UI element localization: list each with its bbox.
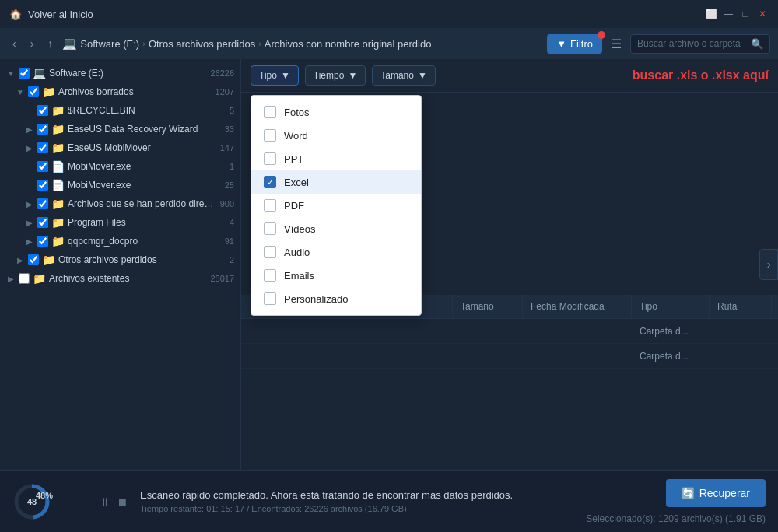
sidebar-item-lost-dir[interactable]: ▶ 📁 Archivos que se han perdido director… (0, 194, 240, 213)
toggle-icon: ▶ (25, 237, 34, 246)
dropdown-videos[interactable]: Vídeos (251, 217, 421, 240)
folder-icon: 📁 (51, 216, 65, 229)
recover-button[interactable]: 🔄 Recuperar (666, 479, 766, 507)
sidebar-item-otros[interactable]: ▶ 📁 Otros archivos perdidos 2 (0, 250, 240, 269)
item-count: 25 (225, 180, 234, 190)
scroll-right-button[interactable]: › (759, 249, 778, 280)
dropdown-pdf[interactable]: PDF (251, 194, 421, 217)
sidebar: ▼ 💻 Software (E:) 26226 ▼ 📁 Archivos bor… (0, 59, 241, 470)
dropdown-personalizado[interactable]: Personalizado (251, 287, 421, 310)
breadcrumb-drive[interactable]: Software (E:) (80, 38, 139, 50)
drive-icon: 💻 (33, 67, 46, 79)
sidebar-item-mobimover-exe1[interactable]: 📄 MobiMover.exe 1 (0, 157, 240, 176)
table-row[interactable]: Carpeta d... (241, 344, 778, 369)
sidebar-item-easeus-dr[interactable]: ▶ 📁 EaseUS Data Recovery Wizard 33 (0, 120, 240, 138)
check-exe2[interactable] (37, 180, 48, 191)
filter-button[interactable]: ▼ Filtro (547, 34, 602, 54)
up-button[interactable]: ↑ (43, 34, 58, 53)
check-audio[interactable] (264, 246, 276, 258)
item-label: Archivos que se han perdido directori... (68, 198, 214, 209)
tiempo-dropdown[interactable]: Tiempo ▼ (305, 65, 366, 86)
dropdown-word[interactable]: Word (251, 124, 421, 147)
toggle-icon: ▼ (6, 69, 16, 78)
table-row[interactable]: Carpeta d... (241, 319, 778, 344)
breadcrumb-sep-1: › (142, 39, 145, 48)
td-date-1 (523, 328, 632, 334)
sidebar-item-program-files[interactable]: ▶ 📁 Program Files 4 (0, 213, 240, 232)
dropdown-audio[interactable]: Audio (251, 240, 421, 264)
minimize-btn[interactable]: — (722, 8, 734, 20)
stop-button[interactable]: ⏹ (117, 495, 128, 508)
check-mobimover[interactable] (37, 142, 48, 153)
filter-bar-left: Tipo ▼ Tiempo ▼ Tamaño ▼ (251, 65, 436, 86)
item-count: 900 (220, 199, 234, 208)
check-lost-dir[interactable] (37, 198, 48, 209)
sidebar-item-existing[interactable]: ▶ 📁 Archivos existentes 25017 (0, 269, 240, 288)
tamano-dropdown[interactable]: Tamaño ▼ (372, 65, 436, 86)
item-label: Software (E:) (49, 68, 204, 79)
view-toggle-button[interactable]: ☰ (607, 33, 626, 55)
folder-icon: 📁 (42, 254, 55, 266)
sidebar-item-mobimover[interactable]: ▶ 📁 EaseUS MobiMover 147 (0, 138, 240, 157)
tipo-dropdown-menu: Fotos Word PPT ✓ Excel PDF Vídeos (251, 95, 422, 316)
maximize-btn[interactable]: □ (739, 8, 752, 20)
check-qqpcmgr[interactable] (37, 236, 48, 247)
dropdown-emails[interactable]: Emails (251, 264, 421, 287)
item-label: Otros archivos perdidos (58, 254, 223, 265)
folder-icon: 📁 (42, 86, 55, 98)
check-ppt[interactable] (264, 152, 276, 165)
item-label: Archivos borrados (58, 86, 209, 97)
tipo-dropdown[interactable]: Tipo ▼ (251, 65, 299, 86)
check-personalizado[interactable] (264, 292, 276, 305)
check-program-files[interactable] (37, 217, 48, 228)
excel-label: Excel (284, 177, 309, 188)
dropdown-fotos[interactable]: Fotos (251, 100, 421, 124)
tiempo-chevron: ▼ (348, 70, 357, 81)
item-label: Program Files (68, 217, 223, 228)
check-existing[interactable] (19, 273, 30, 284)
check-videos[interactable] (264, 222, 276, 235)
breadcrumb-lost[interactable]: Otros archivos perdidos (149, 38, 255, 50)
dropdown-excel[interactable]: ✓ Excel (251, 170, 421, 194)
check-easeus-dr[interactable] (37, 124, 48, 135)
td-type-1: Carpeta d... (632, 323, 710, 340)
check-deleted[interactable] (28, 86, 39, 97)
folder-icon: 📁 (51, 198, 65, 210)
check-pdf[interactable] (264, 199, 276, 212)
table-body: Carpeta d... Carpeta d... (241, 319, 778, 470)
forward-button[interactable]: › (26, 34, 39, 53)
sidebar-item-recycle[interactable]: 📁 $RECYCLE.BIN 5 (0, 101, 240, 120)
check-exe1[interactable] (37, 161, 48, 172)
td-name-2 (247, 353, 453, 359)
item-label: Archivos existentes (49, 273, 204, 284)
check-excel[interactable]: ✓ (264, 176, 276, 188)
audio-label: Audio (284, 247, 310, 258)
sidebar-item-mobimover-exe2[interactable]: 📄 MobiMover.exe 25 (0, 176, 240, 194)
sidebar-item-qqpcmgr[interactable]: ▶ 📁 qqpcmgr_docpro 91 (0, 232, 240, 250)
check-drive[interactable] (19, 68, 30, 79)
check-emails[interactable] (264, 269, 276, 282)
close-btn[interactable]: ✕ (756, 8, 769, 20)
pause-button[interactable]: ⏸ (100, 495, 110, 508)
check-recycle[interactable] (37, 105, 48, 116)
tipo-label: Tipo (259, 70, 277, 81)
item-label: EaseUS Data Recovery Wizard (68, 124, 219, 135)
td-type-2: Carpeta d... (632, 348, 710, 365)
search-input[interactable] (637, 38, 746, 49)
item-count: 1207 (216, 87, 234, 96)
sidebar-item-drive[interactable]: ▼ 💻 Software (E:) 26226 (0, 64, 240, 82)
progress-value: 48% (36, 491, 53, 500)
selected-count: Seleccionado(s): 1209 archivo(s) (1.91 G… (586, 513, 766, 524)
status-sub-text: Tiempo restante: 01: 15: 17 / Encontrado… (140, 504, 573, 513)
breadcrumb-sep-2: › (258, 39, 261, 48)
check-word[interactable] (264, 129, 276, 142)
folder-icon: 📁 (51, 123, 65, 135)
sidebar-item-deleted[interactable]: ▼ 📁 Archivos borrados 1207 (0, 82, 240, 101)
th-tamano: Tamaño (453, 295, 523, 318)
check-fotos[interactable] (264, 106, 276, 118)
restore-btn[interactable]: ⬜ (705, 8, 717, 20)
back-button[interactable]: ‹ (8, 34, 21, 53)
dropdown-ppt[interactable]: PPT (251, 147, 421, 170)
check-otros[interactable] (28, 254, 39, 265)
file-icon: 📄 (51, 160, 65, 173)
